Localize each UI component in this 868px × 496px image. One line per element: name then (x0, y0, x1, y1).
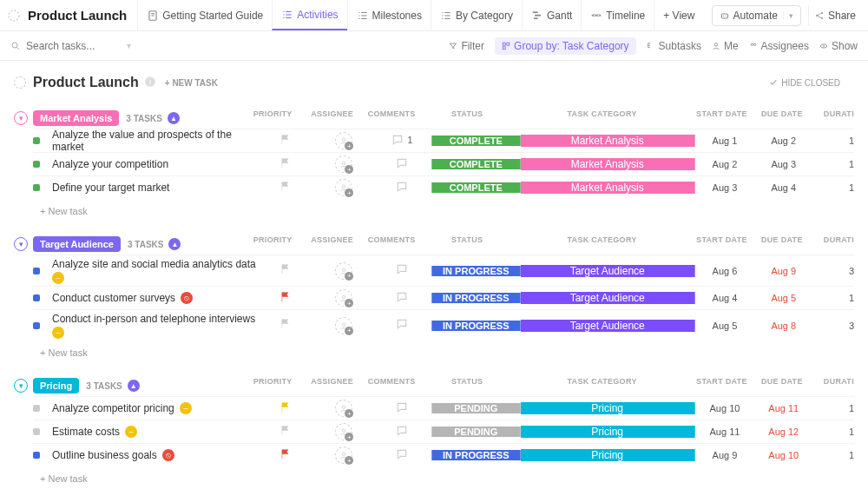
column-header[interactable]: TASK CATEGORY (513, 235, 691, 253)
status-cell[interactable]: COMPLETE (431, 159, 521, 169)
start-date[interactable]: Aug 5 (695, 321, 755, 331)
category-cell[interactable]: Target Audience (521, 265, 695, 277)
column-header[interactable]: DURATI (812, 109, 854, 127)
new-task-line[interactable]: + New task (40, 341, 854, 365)
start-date[interactable]: Aug 3 (695, 182, 755, 193)
status-square-icon[interactable] (33, 452, 40, 459)
due-date[interactable]: Aug 3 (754, 159, 812, 169)
group-badge[interactable]: Target Audience (33, 236, 121, 252)
column-header[interactable]: START DATE (691, 235, 752, 253)
priority-flag-icon[interactable] (279, 321, 292, 333)
assignee-add-icon[interactable] (335, 155, 352, 173)
column-header[interactable]: TASK CATEGORY (513, 109, 691, 127)
search-input[interactable] (26, 40, 122, 52)
comments-icon[interactable] (396, 318, 408, 330)
new-task-line[interactable]: + New task (40, 466, 854, 491)
comments-icon[interactable] (396, 448, 408, 460)
start-date[interactable]: Aug 10 (695, 403, 755, 413)
assignee-add-icon[interactable] (335, 179, 352, 196)
comments-icon[interactable] (396, 263, 408, 275)
priority-flag-icon[interactable] (279, 160, 292, 172)
share-button[interactable]: Share (808, 6, 861, 25)
me-button[interactable]: Me (712, 40, 739, 52)
status-cell[interactable]: IN PROGRESS (431, 293, 521, 303)
view-tab[interactable]: By Category (431, 0, 522, 30)
comments-icon[interactable]: 1 (391, 134, 412, 146)
column-header[interactable]: PRIORITY (243, 235, 302, 253)
duration[interactable]: 3 (812, 321, 854, 331)
category-cell[interactable]: Market Analysis (521, 182, 695, 194)
assignee-add-icon[interactable] (335, 289, 352, 307)
duration[interactable]: 3 (812, 266, 854, 276)
priority-flag-icon[interactable] (279, 427, 292, 440)
status-square-icon[interactable] (33, 268, 40, 274)
due-date[interactable]: Aug 10 (754, 450, 812, 460)
view-tab[interactable]: Getting Started Guide (137, 0, 272, 30)
category-cell[interactable]: Market Analysis (521, 135, 695, 147)
start-date[interactable]: Aug 9 (695, 450, 755, 460)
category-cell[interactable]: Pricing (521, 449, 695, 461)
view-tab[interactable]: Activities (272, 0, 346, 30)
status-square-icon[interactable] (33, 322, 40, 329)
status-cell[interactable]: IN PROGRESS (431, 266, 521, 276)
start-date[interactable]: Aug 11 (695, 427, 755, 437)
sort-chip[interactable]: ▲ (168, 112, 180, 124)
new-task-header[interactable]: + NEW TASK (165, 78, 218, 88)
due-date[interactable]: Aug 12 (754, 427, 812, 437)
show-button[interactable]: Show (819, 40, 858, 52)
task-row[interactable]: Analyze competitor pricing–PENDINGPricin… (33, 396, 854, 420)
comments-icon[interactable] (396, 401, 408, 413)
assignees-button[interactable]: Assignees (749, 40, 809, 52)
automate-button[interactable]: Automate ▾ (712, 5, 801, 26)
hide-closed-button[interactable]: HIDE CLOSED (769, 78, 840, 88)
status-square-icon[interactable] (33, 405, 40, 412)
task-row[interactable]: Conduct customer surveys⦸IN PROGRESSTarg… (33, 286, 854, 309)
assignee-add-icon[interactable] (335, 262, 352, 280)
collapse-icon[interactable]: ▾ (14, 111, 28, 125)
category-cell[interactable]: Target Audience (521, 292, 695, 304)
status-square-icon[interactable] (33, 294, 40, 301)
sort-chip[interactable]: ▲ (128, 380, 140, 392)
info-icon[interactable]: i (144, 76, 156, 90)
duration[interactable]: 1 (812, 403, 854, 413)
assignee-add-icon[interactable] (335, 423, 352, 440)
task-row[interactable]: Analyze your competitionCOMPLETEMarket A… (33, 152, 854, 175)
due-date[interactable]: Aug 9 (754, 266, 812, 276)
category-cell[interactable]: Pricing (521, 426, 695, 438)
status-square-icon[interactable] (33, 161, 40, 168)
column-header[interactable]: STATUS (421, 235, 513, 253)
column-header[interactable]: DURATI (812, 377, 854, 394)
due-date[interactable]: Aug 5 (754, 293, 812, 303)
duration[interactable]: 1 (812, 450, 854, 460)
filter-button[interactable]: Filter (449, 40, 484, 52)
status-cell[interactable]: PENDING (431, 427, 521, 437)
category-cell[interactable]: Market Analysis (521, 158, 695, 170)
column-header[interactable]: DURATI (812, 235, 854, 253)
start-date[interactable]: Aug 6 (695, 266, 755, 276)
group-by-button[interactable]: Group by: Task Category (495, 37, 636, 55)
category-cell[interactable]: Pricing (521, 402, 695, 414)
task-row[interactable]: Define your target marketCOMPLETEMarket … (33, 175, 854, 199)
duration[interactable]: 1 (812, 182, 854, 193)
group-badge[interactable]: Market Analysis (33, 110, 119, 126)
comments-icon[interactable] (396, 181, 408, 193)
due-date[interactable]: Aug 11 (754, 403, 812, 413)
column-header[interactable]: DUE DATE (753, 235, 812, 253)
column-header[interactable]: STATUS (421, 109, 513, 127)
collapse-icon[interactable]: ▾ (14, 379, 28, 393)
column-header[interactable]: PRIORITY (243, 109, 302, 127)
start-date[interactable]: Aug 1 (695, 136, 755, 146)
subtasks-button[interactable]: Subtasks (647, 40, 701, 52)
view-tab[interactable]: Gantt (522, 0, 581, 30)
view-tab[interactable]: Timeline (581, 0, 654, 30)
priority-flag-icon[interactable] (279, 136, 292, 149)
status-cell[interactable]: IN PROGRESS (431, 450, 521, 460)
group-badge[interactable]: Pricing (33, 378, 79, 393)
comments-icon[interactable] (396, 157, 408, 169)
status-square-icon[interactable] (33, 428, 40, 435)
comments-icon[interactable] (396, 425, 408, 437)
view-tab[interactable]: + View (654, 0, 703, 30)
start-date[interactable]: Aug 4 (695, 293, 755, 303)
start-date[interactable]: Aug 2 (695, 159, 755, 169)
new-task-line[interactable]: + New task (40, 199, 854, 223)
